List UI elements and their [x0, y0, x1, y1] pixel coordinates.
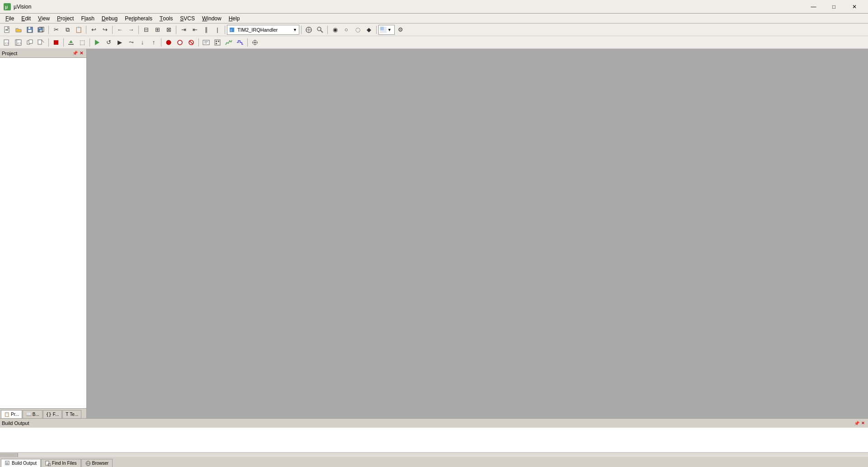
menu-edit[interactable]: Edit [18, 14, 34, 23]
tb-bm2-button[interactable]: ⊞ [152, 25, 163, 35]
menu-tools[interactable]: Tools [156, 14, 176, 23]
tb-unindent-button[interactable]: ⇤ [189, 25, 200, 35]
view-dropdown-arrow: ▼ [387, 28, 392, 32]
tb-bm3-button[interactable]: ⊠ [163, 25, 174, 35]
svg-text:μ: μ [5, 5, 8, 9]
menu-debug[interactable]: Debug [98, 14, 121, 23]
left-tab-functions[interactable]: {} F... [43, 410, 62, 418]
tb2-sep4 [161, 38, 161, 47]
svg-marker-29 [69, 40, 73, 43]
menu-peripherals[interactable]: Peripherals [121, 14, 156, 23]
tb2-stop-button[interactable] [51, 38, 61, 47]
tb2-sep6 [247, 38, 248, 47]
tb-browse-button[interactable] [303, 25, 314, 35]
left-tab-books-icon: 📖 [26, 412, 31, 417]
menu-svcs[interactable]: SVCS [176, 14, 198, 23]
tb-undo-button[interactable]: ↩ [88, 25, 99, 35]
close-button[interactable]: ✕ [844, 0, 864, 14]
tb-save-button[interactable] [24, 25, 35, 35]
tb2-download-button[interactable] [66, 38, 76, 47]
view-dropdown[interactable]: ▼ [378, 25, 395, 35]
menu-view[interactable]: View [34, 14, 53, 23]
svg-rect-41 [216, 43, 217, 44]
menu-project[interactable]: Project [53, 14, 77, 23]
svg-text:⚙: ⚙ [6, 462, 8, 465]
tb2-sep3 [90, 38, 90, 47]
bottom-tabs: ⚙ Build Output Find In Files Browser [0, 457, 868, 467]
tb2-batch-button[interactable] [36, 38, 47, 47]
tb2-reset-button[interactable]: ↺ [103, 38, 114, 47]
tb2-step-in-button[interactable]: ↓ [137, 38, 148, 47]
left-tab-templates-label: Te... [70, 412, 78, 417]
svg-point-43 [254, 42, 256, 43]
tb-save-all-button[interactable] [36, 25, 47, 35]
svg-rect-28 [68, 44, 74, 45]
svg-marker-30 [95, 40, 99, 45]
tb2-bp1-button[interactable] [163, 38, 174, 47]
tb-search-button[interactable] [315, 25, 326, 35]
tb2-step-over-button[interactable]: ⤳ [126, 38, 137, 47]
left-tab-functions-label: F... [53, 412, 59, 417]
tb2-mem-button[interactable] [212, 38, 223, 47]
left-panel-tabs: 📋 Pr... 📖 B... {} F... T Te... [0, 408, 86, 418]
tb2-erase-button[interactable]: ⬚ [77, 38, 88, 47]
tb2-build-button[interactable]: <> [13, 38, 24, 47]
tb-uncomment-button[interactable]: | [212, 25, 223, 35]
project-panel-pin[interactable]: 📌 [72, 50, 78, 57]
tb2-bp2-button[interactable] [175, 38, 185, 47]
tb2-periph-button[interactable] [250, 38, 260, 47]
project-panel-title: Project [2, 51, 72, 56]
left-tab-project[interactable]: 📋 Pr... [1, 410, 22, 418]
build-output-scrollbar[interactable] [0, 453, 868, 457]
left-tab-templates-icon: T [66, 412, 68, 417]
tb2-run-button[interactable]: ▶ [114, 38, 125, 47]
tb2-rebuild-button[interactable] [24, 38, 35, 47]
bottom-tab-build-output[interactable]: ⚙ Build Output [1, 459, 41, 467]
function-dropdown[interactable]: f TIM2_IRQHandler ▼ [227, 25, 299, 35]
tb-cut-button[interactable]: ✂ [51, 25, 61, 35]
left-tab-templates[interactable]: T Te... [62, 410, 81, 418]
tb2-compile-button[interactable]: <> [2, 38, 13, 47]
svg-line-34 [189, 41, 193, 44]
tb2-perf-button[interactable] [223, 38, 234, 47]
menu-file[interactable]: File [2, 14, 18, 23]
menu-window[interactable]: Window [198, 14, 225, 23]
tb-open-button[interactable] [13, 25, 24, 35]
tb2-logic-button[interactable] [235, 38, 245, 47]
tb-comment-button[interactable]: ∥ [201, 25, 212, 35]
function-dropdown-arrow: ▼ [293, 28, 297, 32]
project-panel-close[interactable]: ✕ [78, 50, 85, 57]
tb-redo-button[interactable]: ↪ [99, 25, 110, 35]
bottom-tab-find-in-files[interactable]: Find In Files [41, 459, 80, 467]
tb-more4-button[interactable]: ◆ [363, 25, 374, 35]
tb-more1-button[interactable]: ◉ [330, 25, 340, 35]
tb-settings-button[interactable]: ⚙ [395, 25, 406, 35]
main-area [87, 49, 868, 418]
tb-new-button[interactable] [2, 25, 13, 35]
app-icon: μ [4, 3, 11, 10]
tb-sep9 [376, 26, 377, 34]
minimize-button[interactable]: — [803, 0, 824, 14]
tb-more3-button[interactable]: ◌ [352, 25, 363, 35]
left-tab-books[interactable]: 📖 B... [23, 410, 42, 418]
tb-copy-button[interactable]: ⧉ [62, 25, 73, 35]
bottom-tab-browser[interactable]: Browser [81, 459, 113, 467]
tb2-bp3-button[interactable] [186, 38, 197, 47]
find-in-files-tab-icon [45, 461, 51, 466]
menu-flash[interactable]: Flash [77, 14, 98, 23]
tb-nav-fwd-button[interactable]: → [126, 25, 137, 35]
tb-nav-back-button[interactable]: ← [114, 25, 125, 35]
maximize-button[interactable]: □ [824, 0, 844, 14]
tb-indent-button[interactable]: ⇥ [178, 25, 189, 35]
build-output-close[interactable]: ✕ [860, 420, 866, 426]
build-output-tab-icon: ⚙ [5, 461, 10, 466]
tb2-watch-button[interactable] [201, 38, 212, 47]
tb-paste-button[interactable]: 📋 [73, 25, 84, 35]
tb2-start-stop-debug-button[interactable] [92, 38, 103, 47]
menu-help[interactable]: Help [225, 14, 244, 23]
tb2-step-out-button[interactable]: ↑ [148, 38, 159, 47]
tb-bm1-button[interactable]: ⊟ [141, 25, 151, 35]
tb-more2-button[interactable]: ○ [341, 25, 352, 35]
tb-sep7 [301, 26, 302, 34]
build-output-pin[interactable]: 📌 [854, 420, 860, 426]
